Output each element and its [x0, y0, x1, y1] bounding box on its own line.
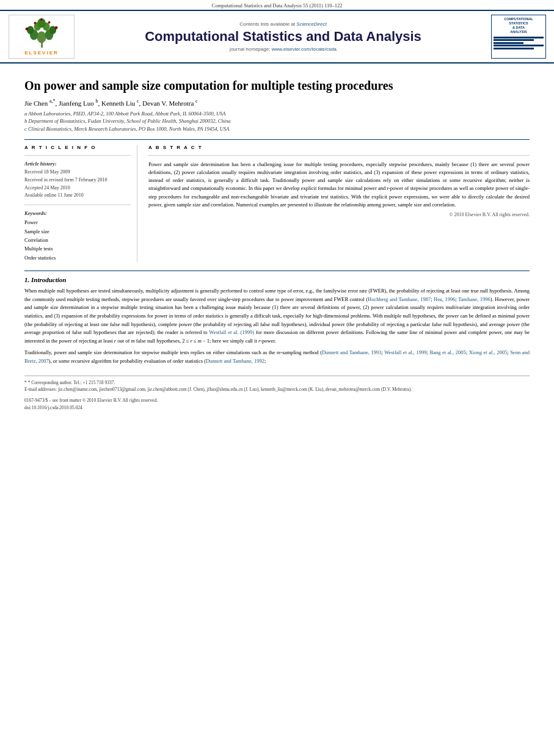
elsevier-logo-area: ELSEVIER [5, 15, 78, 59]
intro-paragraph-2: Traditionally, power and sample size det… [24, 349, 530, 365]
abstract-text: Power and sample size determination has … [148, 161, 530, 209]
divider [24, 205, 131, 205]
journal-header: ELSEVIER Contents lists available at Sci… [0, 10, 554, 64]
svg-point-12 [48, 21, 50, 24]
elsevier-label: ELSEVIER [24, 50, 59, 56]
sciencedirect-link[interactable]: ScienceDirect [296, 21, 326, 27]
journal-homepage: journal homepage: www.elsevier.com/locat… [84, 46, 482, 52]
copyright-line: © 2010 Elsevier B.V. All rights reserved… [148, 212, 530, 217]
svg-point-13 [40, 18, 43, 21]
stripe [494, 45, 544, 46]
svg-point-4 [26, 26, 34, 34]
stripe [494, 37, 544, 38]
keyword-orderstatistics: Order statistics [24, 253, 131, 262]
article-title: On power and sample size computation for… [24, 78, 530, 93]
author-super-a: a,* [49, 98, 56, 104]
author-super-c: c [137, 98, 139, 104]
article-history: Article history: Received 18 May 2009 Re… [24, 161, 131, 200]
footer-info: 0167-9473/$ – see front matter © 2010 El… [24, 397, 530, 411]
right-logo-title: COMPUTATIONALSTATISTICS& DATAANALYSIS [494, 17, 544, 35]
license-line: 0167-9473/$ – see front matter © 2010 El… [24, 397, 530, 404]
svg-point-9 [25, 27, 28, 31]
authors-line: Jie Chen a,*, Jianfeng Luo b, Kenneth Li… [24, 98, 530, 107]
received-date: Received 18 May 2009 [24, 169, 131, 176]
keyword-power: Power [24, 218, 131, 227]
stripe [494, 42, 523, 44]
affiliation-a: a Abbott Laboratories, PIED, AP34-2, 100… [24, 110, 530, 118]
keyword-samplesize: Sample size [24, 227, 131, 236]
history-title: Article history: [24, 161, 131, 167]
ref-westfall1999[interactable]: Westfall et al., 1999 [384, 349, 426, 355]
main-content: On power and sample size computation for… [0, 64, 554, 417]
right-logo-stripes [494, 37, 544, 56]
elsevier-tree-graphic [17, 17, 66, 49]
ref-bang2005[interactable]: Bang et al., 2005 [430, 349, 466, 355]
elsevier-logo-box: ELSEVIER [9, 15, 75, 59]
keywords-title: Keywords: [24, 210, 131, 216]
article-info-label: A R T I C L E I N F O [24, 145, 131, 150]
svg-point-10 [54, 26, 57, 29]
divider [24, 155, 131, 156]
journal-logo-right: COMPUTATIONALSTATISTICS& DATAANALYSIS [488, 15, 549, 59]
journal-citation-bar: Computational Statistics and Data Analys… [0, 0, 554, 10]
page-container: Computational Statistics and Data Analys… [0, 0, 554, 417]
stripe [494, 39, 534, 41]
ref-xiong2005[interactable]: Xiong et al., 2005 [469, 349, 508, 355]
keywords-section: Keywords: Power Sample size Correlation … [24, 210, 131, 262]
affiliation-b: b Department of Biostatistics, Fudan Uni… [24, 117, 530, 125]
homepage-text: journal homepage: [230, 46, 270, 52]
svg-point-11 [34, 22, 36, 24]
ref-dunnett1992[interactable]: Dunnett and Tamhane, 1992 [206, 358, 264, 364]
ref-dunnett1993[interactable]: Dunnett and Tamhane, 1993 [322, 349, 381, 355]
corresponding-text: * Corresponding author. Tel.: +1 215 718… [28, 380, 115, 385]
accepted-date: Accepted 24 May 2010 [24, 184, 131, 192]
ref-hochberg[interactable]: Hochberg and Tamhane, 1987 [368, 296, 431, 302]
available-date: Available online 11 June 2010 [24, 192, 131, 200]
divider [148, 155, 530, 156]
right-logo-box: COMPUTATIONALSTATISTICS& DATAANALYSIS [491, 15, 546, 59]
two-col-section: A R T I C L E I N F O Article history: R… [24, 139, 530, 262]
author-super-c2: c [195, 98, 198, 104]
intro-title: 1. Introduction [24, 276, 530, 283]
introduction-section: 1. Introduction When multiple null hypot… [24, 271, 530, 365]
abstract-label: A B S T R A C T [148, 145, 530, 150]
journal-title: Computational Statistics and Data Analys… [84, 29, 482, 44]
author-super-b: b [96, 98, 98, 104]
svg-point-1 [37, 31, 46, 43]
affiliations: a Abbott Laboratories, PIED, AP34-2, 100… [24, 110, 530, 133]
journal-citation: Computational Statistics and Data Analys… [212, 2, 343, 9]
footer-section: * * Corresponding author. Tel.: +1 215 7… [24, 376, 530, 412]
keyword-correlation: Correlation [24, 236, 131, 244]
revised-date: Received in revised form 7 February 2010 [24, 176, 131, 184]
homepage-url[interactable]: www.elsevier.com/locate/csda [272, 46, 337, 52]
elsevier-tree-svg [19, 18, 65, 49]
abstract-col: A B S T R A C T Power and sample size de… [148, 145, 530, 262]
affiliation-c: c Clinical Biostatistics, Merck Research… [24, 125, 530, 133]
ref-tamhane[interactable]: Tamhane, 1996 [458, 296, 490, 302]
email-line: E-mail addresses: jie.chen@iname.com, ji… [24, 386, 530, 393]
ref-hsu[interactable]: Hsu, 1996 [434, 296, 455, 302]
ref-westfall[interactable]: Westfall et al. (1999) [209, 329, 254, 335]
email-text: E-mail addresses: jie.chen@iname.com, ji… [24, 387, 412, 392]
intro-paragraph-1: When multiple null hypotheses are tested… [24, 287, 530, 345]
journal-center: Contents lists available at ScienceDirec… [78, 21, 488, 52]
contents-line: Contents lists available at ScienceDirec… [84, 21, 482, 27]
corresponding-note: * * Corresponding author. Tel.: +1 215 7… [24, 379, 530, 387]
doi-line: doi:10.1016/j.csda.2010.05.024 [24, 404, 530, 412]
contents-text: Contents lists available at [239, 21, 295, 27]
keyword-multipletests: Multiple tests [24, 244, 131, 253]
article-info-col: A R T I C L E I N F O Article history: R… [24, 145, 137, 262]
stripe [494, 48, 534, 49]
